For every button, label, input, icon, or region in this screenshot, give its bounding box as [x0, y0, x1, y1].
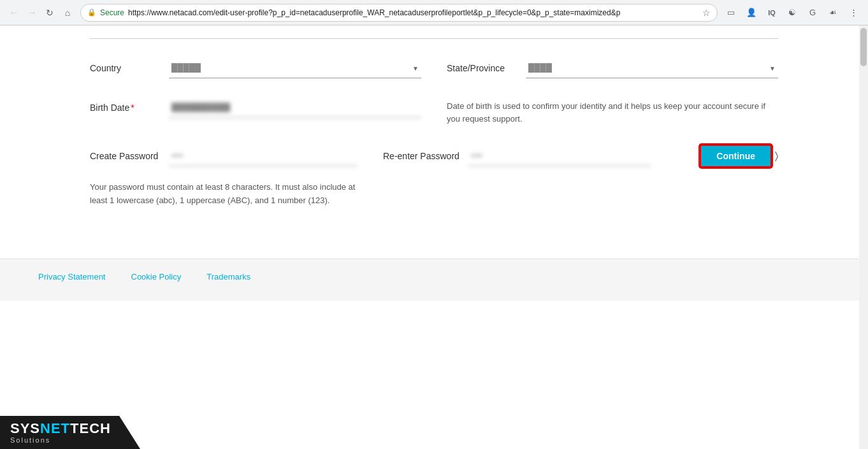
scrollbar-track[interactable] [859, 25, 868, 301]
footer-links: Privacy Statement Cookie Policy Trademar… [38, 272, 830, 282]
cursor-icon: 〉 [775, 150, 778, 162]
top-divider [90, 38, 778, 39]
extension-icon1[interactable]: ☯ [784, 4, 800, 21]
state-select[interactable]: ████ [526, 58, 778, 78]
address-bar[interactable]: 🔒 Secure https://www.netacad.com/edit-us… [80, 4, 718, 22]
state-field: State/Province ████ ▼ [447, 58, 778, 78]
birth-date-left: Birth Date* [90, 97, 421, 118]
birth-date-input[interactable] [169, 97, 421, 118]
create-password-input[interactable] [169, 146, 358, 166]
secure-icon: 🔒 [87, 8, 96, 17]
page-content: Country █████ ▼ State/Province ████ ▼ Bi… [52, 38, 816, 208]
footer: Privacy Statement Cookie Policy Trademar… [0, 259, 868, 301]
menu-button[interactable]: ⋮ [845, 4, 862, 21]
country-state-row: Country █████ ▼ State/Province ████ ▼ [90, 58, 778, 78]
country-label: Country [90, 63, 160, 73]
secure-label: Secure [100, 8, 124, 17]
country-field: Country █████ ▼ [90, 58, 421, 78]
extension-icon3[interactable]: ☙ [825, 4, 841, 21]
birth-date-hint: Date of birth is used to confirm your id… [447, 97, 778, 125]
reenter-password-input[interactable] [468, 146, 651, 166]
country-select-wrapper: █████ ▼ [169, 58, 421, 78]
birth-date-row: Birth Date* Date of birth is used to con… [90, 97, 778, 125]
home-button[interactable]: ⌂ [60, 5, 75, 20]
country-select[interactable]: █████ [169, 58, 421, 78]
create-password-label: Create Password [90, 151, 160, 161]
reenter-password-field: Re-enter Password [383, 146, 651, 166]
continue-button[interactable]: Continue [699, 144, 772, 168]
forward-button[interactable]: → [24, 5, 40, 20]
state-select-wrapper: ████ ▼ [526, 58, 778, 78]
cookie-link[interactable]: Cookie Policy [131, 272, 182, 282]
trademarks-link[interactable]: Trademarks [206, 272, 250, 282]
extension-icon2[interactable]: G [804, 4, 821, 21]
create-password-field: Create Password [90, 146, 358, 166]
password-hint: Your password must contain at least 8 ch… [90, 181, 358, 208]
privacy-link[interactable]: Privacy Statement [38, 272, 106, 282]
state-label: State/Province [447, 63, 517, 73]
toolbar-icons: ▭ 👤 IQ ☯ G ☙ ⋮ [723, 4, 862, 21]
bookmark-button[interactable]: ☆ [702, 8, 711, 18]
scrollbar-thumb [860, 28, 867, 66]
reload-button[interactable]: ↻ [42, 5, 57, 20]
required-star: * [131, 103, 134, 113]
birth-date-label: Birth Date* [90, 103, 160, 113]
reenter-password-label: Re-enter Password [383, 151, 459, 161]
cast-icon[interactable]: ▭ [723, 4, 739, 21]
iq-icon[interactable]: IQ [763, 4, 780, 21]
url-text: https://www.netacad.com/edit-user-profil… [128, 8, 698, 17]
profile-icon[interactable]: 👤 [743, 4, 760, 21]
password-row: Create Password Re-enter Password Contin… [90, 144, 778, 168]
nav-buttons: ← → ↻ ⌂ [6, 5, 75, 20]
browser-chrome: ← → ↻ ⌂ 🔒 Secure https://www.netacad.com… [0, 0, 868, 25]
continue-wrapper: Continue 〉 [676, 144, 778, 168]
back-button[interactable]: ← [6, 5, 22, 20]
